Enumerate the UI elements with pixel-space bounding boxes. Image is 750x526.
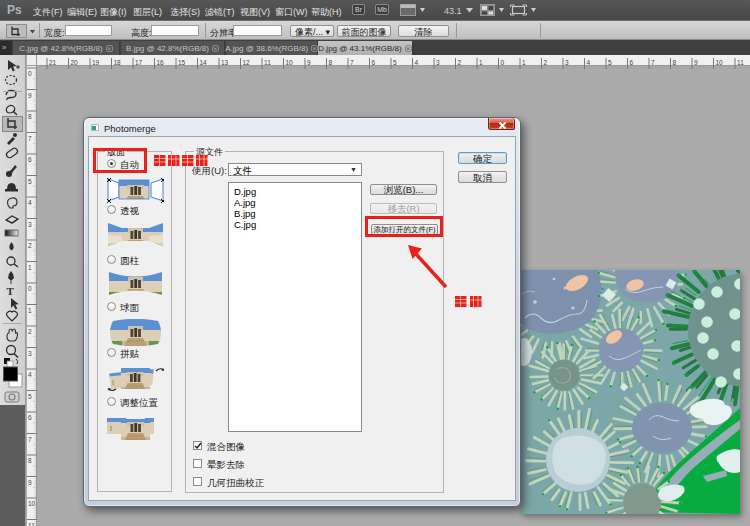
svg-text:0: 0 [28, 285, 32, 292]
svg-text:2: 2 [28, 242, 32, 249]
svg-text:4: 4 [28, 371, 32, 378]
svg-text:9: 9 [307, 59, 311, 66]
svg-text:10: 10 [716, 59, 724, 66]
svg-text:1: 1 [479, 59, 483, 66]
svg-text:2: 2 [28, 328, 32, 335]
svg-text:8: 8 [673, 59, 677, 66]
svg-text:4: 4 [28, 199, 32, 206]
svg-text:20: 20 [71, 59, 79, 66]
svg-text:9: 9 [694, 59, 698, 66]
svg-text:7: 7 [651, 59, 655, 66]
svg-text:19: 19 [92, 59, 100, 66]
svg-text:8: 8 [28, 113, 32, 120]
svg-text:11: 11 [737, 59, 744, 66]
svg-text:8: 8 [329, 59, 333, 66]
svg-text:21: 21 [49, 59, 57, 66]
svg-text:7: 7 [350, 59, 354, 66]
svg-text:6: 6 [630, 59, 634, 66]
svg-text:5: 5 [393, 59, 397, 66]
svg-text:2: 2 [544, 59, 548, 66]
svg-text:5: 5 [608, 59, 612, 66]
svg-text:7: 7 [28, 436, 32, 443]
svg-text:18: 18 [114, 59, 122, 66]
svg-text:7: 7 [28, 135, 32, 142]
svg-text:11: 11 [264, 59, 271, 66]
svg-text:16: 16 [157, 59, 165, 66]
svg-text:10: 10 [28, 500, 36, 507]
svg-text:12: 12 [243, 59, 251, 66]
svg-text:3: 3 [28, 221, 32, 228]
svg-text:3: 3 [565, 59, 569, 66]
svg-text:14: 14 [200, 59, 208, 66]
svg-text:1: 1 [522, 59, 526, 66]
svg-text:6: 6 [28, 414, 32, 421]
svg-text:6: 6 [372, 59, 376, 66]
svg-text:0: 0 [28, 70, 32, 77]
svg-text:8: 8 [28, 457, 32, 464]
svg-text:0: 0 [501, 59, 505, 66]
svg-text:11: 11 [28, 522, 35, 526]
svg-text:13: 13 [221, 59, 229, 66]
svg-text:4: 4 [415, 59, 419, 66]
svg-text:3: 3 [436, 59, 440, 66]
svg-text:5: 5 [28, 178, 32, 185]
svg-text:9: 9 [28, 92, 32, 99]
svg-text:2: 2 [458, 59, 462, 66]
svg-text:T: T [7, 285, 15, 297]
svg-text:3: 3 [28, 350, 32, 357]
svg-text:1: 1 [28, 264, 32, 271]
svg-text:15: 15 [178, 59, 186, 66]
svg-text:17: 17 [135, 59, 143, 66]
svg-text:9: 9 [28, 479, 32, 486]
svg-text:1: 1 [28, 307, 32, 314]
svg-text:10: 10 [286, 59, 294, 66]
svg-text:4: 4 [587, 59, 591, 66]
svg-text:5: 5 [28, 393, 32, 400]
svg-text:6: 6 [28, 156, 32, 163]
